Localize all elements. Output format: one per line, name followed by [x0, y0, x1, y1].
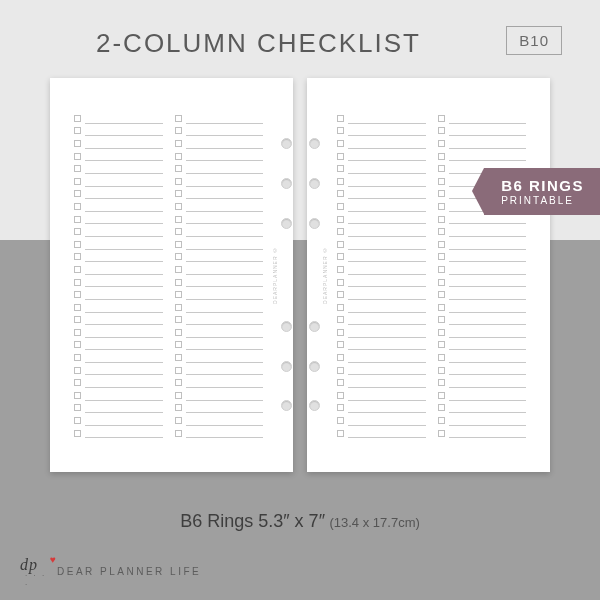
checkbox-icon: [74, 404, 81, 411]
brand-icon: dp ♥ · · · ·: [20, 556, 50, 586]
checkbox-icon: [438, 291, 445, 298]
checkbox-icon: [438, 228, 445, 235]
checklist-row: [438, 314, 527, 327]
checkbox-icon: [438, 367, 445, 374]
size-main: B6 Rings 5.3″ x 7″: [180, 511, 325, 531]
ring-hole: [281, 138, 292, 149]
checklist-row: [175, 351, 264, 364]
checkbox-icon: [438, 354, 445, 361]
write-line: [186, 288, 264, 301]
write-line: [348, 301, 426, 314]
write-line: [449, 326, 527, 339]
checkbox-icon: [74, 430, 81, 437]
checkbox-icon: [175, 354, 182, 361]
checkbox-icon: [337, 304, 344, 311]
checklist-row: [175, 314, 264, 327]
checkbox-icon: [438, 190, 445, 197]
write-line: [449, 364, 527, 377]
checkbox-icon: [74, 190, 81, 197]
write-line: [85, 200, 163, 213]
write-line: [186, 162, 264, 175]
checklist-column: [438, 112, 527, 444]
ring-hole: [281, 218, 292, 229]
checklist-row: [438, 427, 527, 440]
write-line: [85, 326, 163, 339]
write-line: [348, 326, 426, 339]
checkbox-icon: [337, 367, 344, 374]
write-line: [186, 200, 264, 213]
write-line: [449, 427, 527, 440]
checkbox-icon: [175, 165, 182, 172]
checklist-row: [175, 188, 264, 201]
checklist-row: [337, 263, 426, 276]
product-title: 2-COLUMN CHECKLIST: [96, 28, 421, 59]
checklist-row: [74, 402, 163, 415]
checkbox-icon: [74, 228, 81, 235]
checklist-row: [175, 389, 264, 402]
checklist-row: [438, 238, 527, 251]
write-line: [449, 339, 527, 352]
heart-icon: ♥: [50, 554, 56, 565]
checklist-row: [74, 364, 163, 377]
ribbon-subtitle: PRINTABLE: [501, 195, 584, 206]
checkbox-icon: [438, 153, 445, 160]
write-line: [348, 351, 426, 364]
ring-hole: [281, 178, 292, 189]
checkbox-icon: [74, 140, 81, 147]
checklist-row: [337, 339, 426, 352]
checklist-row: [337, 137, 426, 150]
write-line: [449, 314, 527, 327]
checkbox-icon: [74, 216, 81, 223]
checkbox-icon: [337, 228, 344, 235]
ring-hole: [309, 218, 320, 229]
write-line: [449, 238, 527, 251]
checkbox-icon: [74, 279, 81, 286]
write-line: [449, 125, 527, 138]
checklist-row: [438, 125, 527, 138]
checklist-row: [337, 125, 426, 138]
checklist-row: [74, 225, 163, 238]
checkbox-icon: [175, 241, 182, 248]
checkbox-icon: [337, 329, 344, 336]
checklist-row: [175, 150, 264, 163]
checklist-row: [74, 175, 163, 188]
checklist-column: [175, 112, 264, 444]
checkbox-icon: [74, 153, 81, 160]
write-line: [85, 188, 163, 201]
write-line: [348, 376, 426, 389]
checklist-row: [438, 301, 527, 314]
write-line: [85, 414, 163, 427]
checklist-row: [337, 314, 426, 327]
checkbox-icon: [337, 430, 344, 437]
checklist-row: [337, 225, 426, 238]
write-line: [449, 402, 527, 415]
checkbox-icon: [337, 253, 344, 260]
write-line: [348, 200, 426, 213]
checklist-row: [438, 150, 527, 163]
checklist-row: [175, 137, 264, 150]
write-line: [186, 238, 264, 251]
write-line: [85, 162, 163, 175]
checkbox-icon: [74, 329, 81, 336]
checklist-row: [175, 339, 264, 352]
checklist-row: [175, 213, 264, 226]
checkbox-icon: [337, 379, 344, 386]
write-line: [449, 251, 527, 264]
write-line: [348, 364, 426, 377]
ring-hole: [309, 400, 320, 411]
write-line: [85, 427, 163, 440]
write-line: [348, 427, 426, 440]
write-line: [348, 263, 426, 276]
write-line: [186, 263, 264, 276]
checklist-row: [337, 188, 426, 201]
checkbox-icon: [337, 341, 344, 348]
checklist-column: [74, 112, 163, 444]
checklist-row: [438, 112, 527, 125]
checklist-row: [74, 251, 163, 264]
checkbox-icon: [337, 127, 344, 134]
checklist-row: [438, 364, 527, 377]
checkbox-icon: [438, 329, 445, 336]
checkbox-icon: [74, 392, 81, 399]
checklist-row: [337, 213, 426, 226]
page-right: DEARPLANNER ©: [307, 78, 550, 472]
